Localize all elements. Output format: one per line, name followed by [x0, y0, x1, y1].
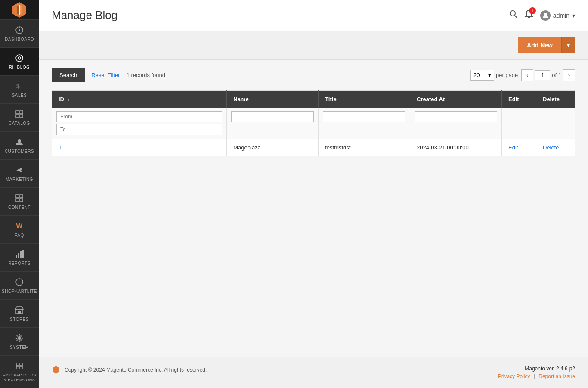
- sidebar-item-catalog[interactable]: CATALOG: [0, 104, 39, 132]
- sidebar-item-label: FAQ: [15, 233, 24, 238]
- svg-rect-19: [16, 255, 17, 258]
- page-footer: Copyright © 2024 Magento Commerce Inc. A…: [39, 357, 588, 388]
- filter-title-cell: [319, 108, 410, 139]
- svg-rect-13: [20, 115, 23, 118]
- sidebar-item-customers[interactable]: CUSTOMERS: [0, 132, 39, 160]
- sidebar-item-dashboard[interactable]: DASHBOARD: [0, 20, 39, 48]
- table-filter-row: [52, 108, 575, 139]
- sidebar-item-label: SYSTEM: [10, 345, 29, 350]
- svg-point-8: [18, 57, 21, 59]
- marketing-icon: [14, 165, 25, 175]
- report-issue-link[interactable]: Report an Issue: [538, 373, 575, 379]
- sidebar-item-label: RH BLOG: [9, 65, 30, 70]
- sidebar-item-label: SALES: [12, 93, 27, 98]
- shopkartlite-icon: [14, 277, 25, 287]
- sidebar-item-find-partners[interactable]: FIND PARTNERS & EXTENSIONS: [0, 356, 39, 388]
- admin-dropdown-icon: ▾: [572, 12, 575, 19]
- filter-delete-cell: [536, 108, 575, 139]
- svg-rect-25: [18, 311, 21, 314]
- search-icon[interactable]: [509, 10, 518, 21]
- content-icon: [14, 193, 25, 203]
- dashboard-icon: [14, 25, 25, 35]
- sidebar-item-reports[interactable]: REPORTS: [0, 244, 39, 272]
- row-created-at: 2024-03-21 00:00:00: [410, 139, 502, 156]
- sidebar-item-sales[interactable]: $ SALES: [0, 76, 39, 104]
- svg-rect-15: [16, 195, 19, 198]
- privacy-policy-link[interactable]: Privacy Policy: [498, 373, 530, 379]
- admin-menu[interactable]: admin ▾: [540, 10, 575, 21]
- svg-rect-36: [56, 367, 56, 372]
- sidebar: DASHBOARD RH BLOG $ SALES CATALOG: [0, 0, 39, 388]
- table-row: 1 Mageplaza testfdsfdsf 2024-03-21 00:00…: [52, 139, 575, 156]
- sidebar-item-marketing[interactable]: MARKETING: [0, 160, 39, 188]
- sidebar-item-label: CONTENT: [8, 205, 31, 210]
- delete-link[interactable]: Delete: [543, 144, 559, 151]
- svg-point-32: [510, 11, 515, 16]
- catalog-icon: [14, 109, 25, 119]
- notification-badge: 1: [529, 7, 536, 14]
- col-edit: Edit: [502, 91, 536, 108]
- admin-label: admin: [553, 12, 569, 19]
- sidebar-item-rh-blog[interactable]: RH BLOG: [0, 48, 39, 76]
- svg-rect-31: [20, 366, 22, 369]
- sort-icon: ↑: [68, 97, 70, 102]
- blog-icon: [14, 53, 25, 63]
- sidebar-item-label: STORES: [10, 317, 29, 322]
- sidebar-item-content[interactable]: CONTENT: [0, 188, 39, 216]
- col-id[interactable]: ID ↑: [52, 91, 227, 108]
- filter-id-from-input[interactable]: [56, 111, 222, 122]
- svg-point-5: [19, 29, 20, 31]
- sidebar-item-label: MARKETING: [6, 177, 33, 182]
- svg-rect-11: [20, 111, 23, 114]
- edit-link[interactable]: Edit: [508, 144, 518, 151]
- per-page-dropdown[interactable]: 20 ▾: [470, 70, 494, 81]
- svg-rect-22: [22, 250, 24, 258]
- prev-page-button[interactable]: ‹: [521, 69, 533, 81]
- footer-copyright: Copyright © 2024 Magento Commerce Inc. A…: [65, 367, 207, 373]
- sidebar-item-label: REPORTS: [8, 261, 31, 266]
- search-bar: Search Reset Filter 1 records found 20 ▾…: [52, 68, 575, 82]
- svg-text:$: $: [16, 83, 20, 90]
- stores-icon: [14, 305, 25, 315]
- add-new-dropdown-button[interactable]: ▾: [561, 37, 575, 53]
- svg-rect-12: [16, 115, 19, 118]
- notification-button[interactable]: 1: [524, 9, 534, 21]
- filter-title-input[interactable]: [323, 111, 405, 122]
- next-page-button[interactable]: ›: [563, 69, 575, 81]
- footer-version: Magento ver. 2.4.6-p2: [498, 366, 575, 372]
- customers-icon: [14, 137, 25, 147]
- sales-icon: $: [14, 81, 25, 91]
- table-header-row: ID ↑ Name Title Created At Edit: [52, 91, 575, 108]
- sidebar-item-shopkartlite[interactable]: SHOPKARTLITE: [0, 272, 39, 300]
- sidebar-logo: [0, 0, 39, 20]
- filter-id-to-input[interactable]: [56, 124, 222, 135]
- main-content: Manage Blog 1: [39, 0, 588, 388]
- svg-rect-28: [16, 363, 19, 366]
- add-new-button[interactable]: Add New: [518, 37, 561, 53]
- svg-point-7: [16, 55, 23, 62]
- header-actions: 1 admin ▾: [509, 9, 575, 21]
- footer-links: Privacy Policy | Report an Issue: [498, 373, 575, 379]
- row-id-link[interactable]: 1: [59, 144, 62, 151]
- sidebar-item-label: DASHBOARD: [5, 37, 34, 42]
- row-name: Mageplaza: [227, 139, 319, 156]
- row-edit-action: Edit: [502, 139, 536, 156]
- of-label: of 1: [552, 72, 561, 78]
- reports-icon: [14, 249, 25, 259]
- per-page-label: per page: [496, 72, 518, 78]
- pagination-area: 20 ▾ per page ‹ of 1 ›: [470, 69, 575, 81]
- filter-created-at-input[interactable]: [415, 111, 497, 122]
- svg-rect-30: [16, 366, 19, 369]
- reset-filter-link[interactable]: Reset Filter: [91, 72, 120, 78]
- search-button[interactable]: Search: [52, 68, 85, 82]
- page-header: Manage Blog 1: [39, 0, 588, 31]
- sidebar-item-label: CATALOG: [9, 121, 30, 126]
- filter-name-input[interactable]: [231, 111, 314, 122]
- sidebar-item-stores[interactable]: STORES: [0, 300, 39, 328]
- sidebar-item-faq[interactable]: W FAQ: [0, 216, 39, 244]
- records-count: 1 records found: [127, 72, 165, 78]
- svg-rect-21: [20, 251, 22, 258]
- svg-rect-16: [20, 195, 23, 198]
- sidebar-item-system[interactable]: SYSTEM: [0, 328, 39, 356]
- page-number-input[interactable]: [535, 70, 550, 80]
